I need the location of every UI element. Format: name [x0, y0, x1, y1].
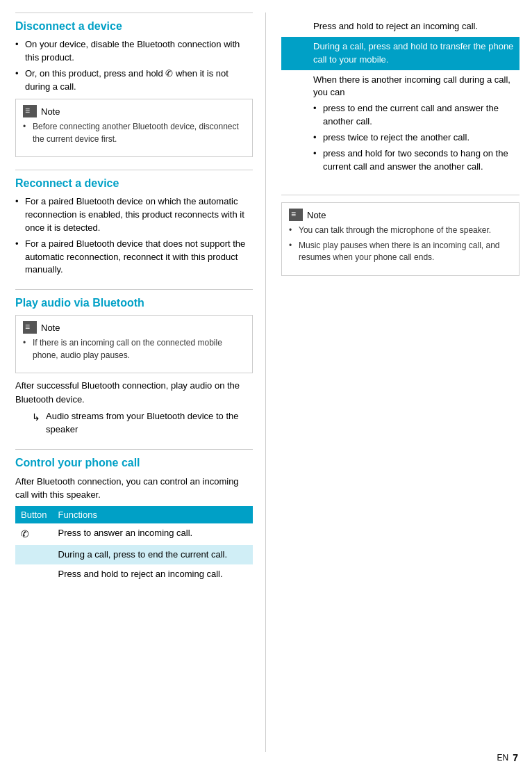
arrow-item-audio: ↳ Audio streams from your Bluetooth devi… [32, 410, 253, 437]
table-header-row: Button Functions [15, 506, 253, 523]
table-cell-func: Press and hold to reject an incoming cal… [53, 564, 253, 585]
table-cell-func: Press and hold to reject an incoming cal… [308, 17, 519, 37]
table-cell-func: During a call, press to end the current … [53, 545, 253, 565]
play-audio-body: After successful Bluetooth connection, p… [15, 379, 253, 406]
list-item: press to end the current call and answer… [313, 102, 514, 129]
left-column: Disconnect a device On your device, disa… [0, 13, 266, 752]
arrow-text-audio: Audio streams from your Bluetooth device… [46, 410, 253, 437]
list-item: Music play pauses when there is an incom… [289, 240, 512, 264]
table-cell-btn: ✆ [15, 523, 53, 545]
list-item: If there is an incoming call on the conn… [23, 337, 245, 361]
section-note-right: Note You can talk through the microphone… [281, 195, 519, 275]
divider-control-call [15, 449, 253, 450]
note-box-play-audio: Note If there is an incoming call on the… [15, 315, 253, 373]
table-cell-func: When there is another incoming call duri… [308, 70, 519, 183]
note-bullets: If there is an incoming call on the conn… [23, 337, 245, 361]
table-cell-btn [15, 564, 53, 585]
list-item: press and hold for two seconds to hang o… [313, 147, 514, 174]
section-control-call: Control your phone call After Bluetooth … [15, 449, 253, 585]
functions-table-cont: Press and hold to reject an incoming cal… [281, 17, 519, 182]
heading-control-call: Control your phone call [15, 457, 253, 469]
note-bullets: Before connecting another Bluetooth devi… [23, 121, 245, 145]
functions-table: Button Functions ✆ Press to answer an in… [15, 506, 253, 585]
table-cell-btn [15, 545, 53, 565]
divider-disconnect [15, 13, 253, 13]
note-header: Note [23, 105, 245, 117]
table-row: During a call, press to end the current … [15, 545, 253, 565]
table-cell-btn [281, 17, 308, 37]
divider-play-audio [15, 289, 253, 290]
divider-reconnect [15, 170, 253, 170]
note-box-disconnect: Note Before connecting another Bluetooth… [15, 99, 253, 157]
table-cell-func: Press to answer an incoming call. [53, 523, 253, 545]
right-column: Press and hold to reject an incoming cal… [266, 13, 532, 752]
table-header-button: Button [15, 506, 53, 523]
disconnect-bullets: On your device, disable the Bluetooth co… [15, 38, 253, 93]
heading-disconnect: Disconnect a device [15, 20, 253, 33]
heading-play-audio: Play audio via Bluetooth [15, 297, 253, 309]
table-cell-btn [281, 70, 308, 183]
note-label: Note [41, 323, 60, 333]
table-header-functions: Functions [53, 506, 253, 523]
list-item: Or, on this product, press and hold ✆ wh… [15, 67, 253, 94]
table-row: When there is another incoming call duri… [281, 70, 519, 183]
list-item: Before connecting another Bluetooth devi… [23, 121, 245, 145]
note-label: Note [307, 210, 326, 220]
note-label: Note [41, 106, 60, 117]
list-item: You can talk through the microphone of t… [289, 225, 512, 236]
list-item: For a paired Bluetooth device on which t… [15, 195, 253, 235]
nested-bullets: press to end the current call and answer… [313, 102, 514, 173]
list-item: press twice to reject the another call. [313, 131, 514, 145]
page-footer: EN 7 [497, 752, 518, 763]
table-row: Press and hold to reject an incoming cal… [281, 17, 519, 37]
list-item: For a paired Bluetooth device that does … [15, 238, 253, 277]
divider-note-right [281, 195, 519, 195]
section-table-continuation: Press and hold to reject an incoming cal… [281, 17, 519, 182]
arrow-symbol: ↳ [32, 410, 40, 424]
note-bullets-right: You can talk through the microphone of t… [289, 225, 512, 263]
note-icon [23, 321, 37, 334]
note-icon [289, 209, 303, 221]
note-box-right: Note You can talk through the microphone… [281, 202, 519, 275]
note-header: Note [23, 321, 245, 334]
table-row-highlight: During a call, press and hold to transfe… [281, 37, 519, 70]
table-row: ✆ Press to answer an incoming call. [15, 523, 253, 545]
section-play-audio: Play audio via Bluetooth Note If there i… [15, 289, 253, 436]
heading-reconnect: Reconnect a device [15, 177, 253, 190]
table-cell-btn [281, 37, 308, 70]
table-cell-func: During a call, press and hold to transfe… [308, 37, 519, 70]
note-icon [23, 105, 37, 117]
control-call-body: After Bluetooth connection, you can cont… [15, 475, 253, 502]
language-label: EN [497, 753, 509, 763]
reconnect-bullets: For a paired Bluetooth device on which t… [15, 195, 253, 277]
phone-icon: ✆ [21, 528, 29, 539]
note-header: Note [289, 209, 512, 221]
table-row: Press and hold to reject an incoming cal… [15, 564, 253, 585]
section-reconnect: Reconnect a device For a paired Bluetoot… [15, 170, 253, 277]
page-number: 7 [513, 752, 518, 763]
list-item: On your device, disable the Bluetooth co… [15, 38, 253, 65]
section-disconnect: Disconnect a device On your device, disa… [15, 13, 253, 157]
